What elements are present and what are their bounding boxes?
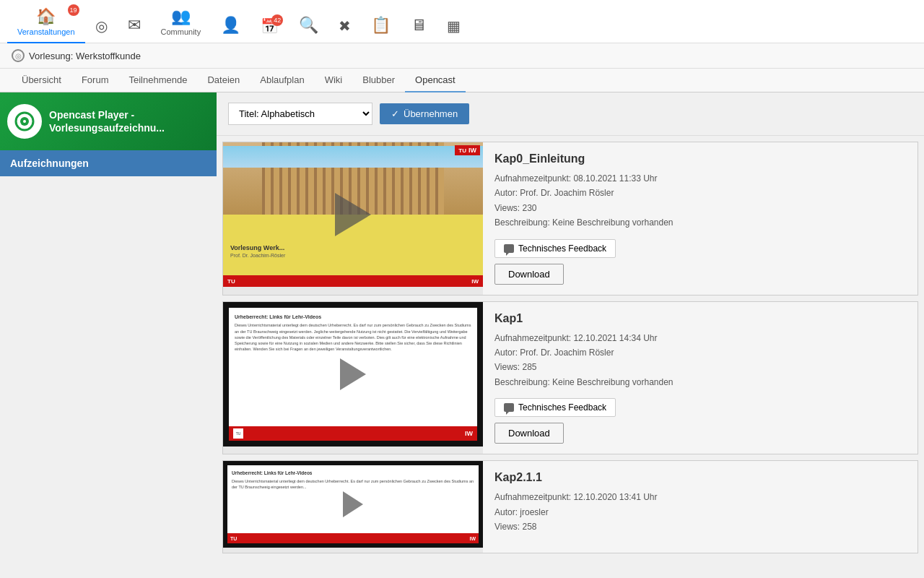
sidebar-logo[interactable]: Opencast Player - Vorlesungsaufzeichnu..… xyxy=(0,92,217,150)
nav-item-screen[interactable]: 🖥 xyxy=(401,10,437,43)
account-icon: 👤 xyxy=(221,16,240,35)
nav-item-community[interactable]: 👥 Community xyxy=(151,1,212,43)
nav-item-calendar[interactable]: 📅 42 xyxy=(250,12,289,43)
tab-wiki[interactable]: Wiki xyxy=(315,69,353,92)
video-info-kap0: Kap0_Einleitung Aufnahmezeitpunkt: 08.10… xyxy=(483,142,918,295)
checkmark-icon: ✓ xyxy=(391,108,399,119)
apply-button[interactable]: ✓ Übernehmen xyxy=(380,103,469,124)
tab-opencast[interactable]: Opencast xyxy=(405,69,466,92)
thumbnail-footer-kap1: TU IW xyxy=(229,426,477,441)
nav-item-messages[interactable]: ✉ xyxy=(118,10,151,43)
play-button-kap1[interactable] xyxy=(331,353,375,396)
video-title-kap0: Kap0_Einleitung xyxy=(494,152,906,165)
opencast-logo-icon xyxy=(7,104,42,139)
download-button-kap1[interactable]: Download xyxy=(494,423,564,444)
nav-item-profile[interactable]: ◎ xyxy=(85,12,118,43)
screen-icon: 🖥 xyxy=(411,16,427,35)
play-button-kap0[interactable] xyxy=(331,193,375,236)
sidebar-section-recordings[interactable]: Aufzeichnungen xyxy=(0,150,217,176)
sidebar-logo-text: Opencast Player - Vorlesungsaufzeichnu..… xyxy=(49,108,165,134)
svg-point-2 xyxy=(23,120,26,123)
feedback-button-kap0[interactable]: Technisches Feedback xyxy=(494,239,616,258)
breadcrumb: ◎ Vorlesung: Werkstoffkunde xyxy=(0,43,924,69)
layout-icon: ▦ xyxy=(447,17,461,35)
copy-icon: 📋 xyxy=(371,16,391,35)
chat-icon xyxy=(504,403,514,412)
tab-schedule[interactable]: Ablaufplan xyxy=(250,69,314,92)
home-icon: 🏠 xyxy=(36,7,56,26)
video-thumbnail-kap2[interactable]: Urheberrecht: Links für Lehr-Videos Dies… xyxy=(223,461,483,548)
tools-icon: ✖ xyxy=(339,17,351,35)
nav-label-home: Veranstaltungen xyxy=(17,27,75,36)
calendar-badge: 42 xyxy=(271,14,283,26)
download-button-kap0[interactable]: Download xyxy=(494,264,564,285)
tab-forum[interactable]: Forum xyxy=(71,69,119,92)
sort-select[interactable]: Titel: Alphabetisch Datum: Neueste zuers… xyxy=(228,103,372,125)
nav-item-home[interactable]: 🏠 Veranstaltungen 19 xyxy=(7,1,85,43)
nav-item-search[interactable]: 🔍 xyxy=(289,10,328,43)
video-thumbnail-kap0[interactable]: TU IW Vorlesung Werk... Prof. Dr. Joachi… xyxy=(223,142,483,287)
nav-item-layout[interactable]: ▦ xyxy=(437,12,471,43)
tab-participants[interactable]: Teilnehmende xyxy=(118,69,197,92)
video-info-kap1: Kap1 Aufnahmezeitpunkt: 12.10.2021 14:34… xyxy=(483,302,918,454)
sort-bar: Titel: Alphabetisch Datum: Neueste zuers… xyxy=(217,92,924,136)
main-content: Opencast Player - Vorlesungsaufzeichnu..… xyxy=(0,92,924,559)
messages-icon: ✉ xyxy=(128,16,141,35)
list-item: TU IW Vorlesung Werk... Prof. Dr. Joachi… xyxy=(222,142,918,296)
breadcrumb-icon: ◎ xyxy=(12,49,25,62)
community-icon: 👥 xyxy=(171,7,191,26)
nav-item-copy[interactable]: 📋 xyxy=(361,10,401,43)
video-title-kap2: Kap2.1.1 xyxy=(494,471,906,484)
content-area: Titel: Alphabetisch Datum: Neueste zuers… xyxy=(217,92,924,559)
nav-label-community: Community xyxy=(161,27,201,36)
nav-item-account[interactable]: 👤 xyxy=(211,10,250,43)
video-meta-kap0: Aufnahmezeitpunkt: 08.10.2021 11:33 Uhr … xyxy=(494,171,906,230)
top-navigation: 🏠 Veranstaltungen 19 ◎ ✉ 👥 Community 👤 📅… xyxy=(0,0,924,43)
video-title-kap1: Kap1 xyxy=(494,312,906,325)
tab-blubber[interactable]: Blubber xyxy=(352,69,405,92)
sub-navigation: Übersicht Forum Teilnehmende Dateien Abl… xyxy=(0,69,924,92)
video-meta-kap1: Aufnahmezeitpunkt: 12.10.2021 14:34 Uhr … xyxy=(494,331,906,390)
tab-overview[interactable]: Übersicht xyxy=(12,69,71,92)
search-icon: 🔍 xyxy=(299,16,318,35)
chat-icon xyxy=(504,244,514,253)
tab-files[interactable]: Dateien xyxy=(197,69,250,92)
sidebar: Opencast Player - Vorlesungsaufzeichnu..… xyxy=(0,92,217,559)
video-meta-kap2: Aufnahmezeitpunkt: 12.10.2020 13:41 Uhr … xyxy=(494,490,906,534)
video-thumbnail-kap1[interactable]: Urheberrecht: Links für Lehr-Videos Dies… xyxy=(223,302,483,447)
breadcrumb-text: Vorlesung: Werkstoffkunde xyxy=(29,51,141,61)
profile-icon: ◎ xyxy=(95,17,108,35)
nav-item-tools[interactable]: ✖ xyxy=(328,12,361,43)
feedback-button-kap1[interactable]: Technisches Feedback xyxy=(494,398,616,417)
home-badge: 19 xyxy=(68,4,79,16)
video-list: TU IW Vorlesung Werk... Prof. Dr. Joachi… xyxy=(217,142,924,553)
tu-logo-icon: TU xyxy=(233,428,243,439)
list-item: Urheberrecht: Links für Lehr-Videos Dies… xyxy=(222,301,918,455)
video-info-kap2: Kap2.1.1 Aufnahmezeitpunkt: 12.10.2020 1… xyxy=(483,461,918,553)
list-item: Urheberrecht: Links für Lehr-Videos Dies… xyxy=(222,460,918,553)
